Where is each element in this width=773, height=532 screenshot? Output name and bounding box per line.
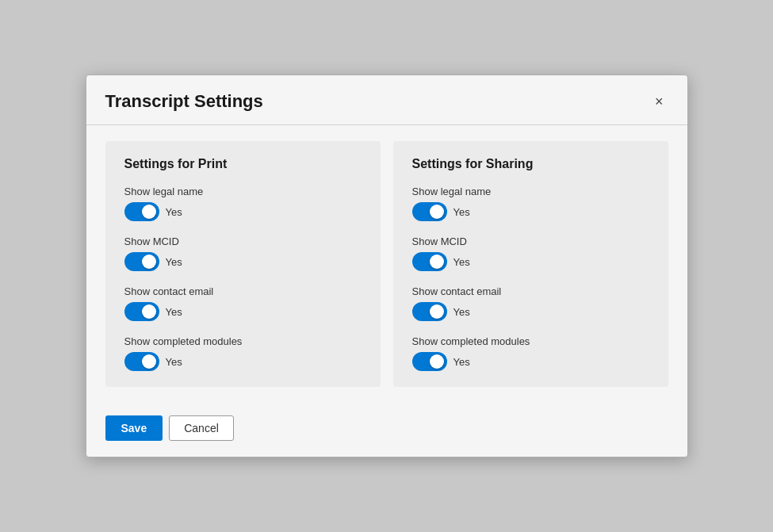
- sharing-legal-name-toggle[interactable]: [412, 202, 447, 221]
- close-button[interactable]: ×: [650, 93, 668, 110]
- sharing-contact-email-label: Show contact email: [412, 285, 649, 297]
- sharing-legal-name-label: Show legal name: [412, 186, 649, 197]
- dialog-title: Transcript Settings: [105, 91, 263, 112]
- transcript-settings-dialog: Transcript Settings × Settings for Print…: [86, 75, 688, 457]
- sharing-contact-email-toggle[interactable]: [412, 302, 447, 321]
- sharing-mcid-toggle[interactable]: [412, 252, 447, 271]
- print-show-completed-modules: Show completed modules Yes: [124, 335, 362, 371]
- print-completed-modules-toggle-row: Yes: [124, 352, 362, 371]
- sharing-completed-modules-toggle[interactable]: [412, 352, 447, 371]
- sharing-show-contact-email: Show contact email Yes: [412, 285, 649, 321]
- print-show-contact-email: Show contact email Yes: [124, 285, 362, 321]
- cancel-button[interactable]: Cancel: [169, 415, 234, 441]
- save-button[interactable]: Save: [105, 415, 163, 441]
- print-mcid-toggle-row: Yes: [124, 252, 362, 271]
- sharing-completed-modules-yes: Yes: [453, 356, 470, 368]
- sharing-show-legal-name: Show legal name Yes: [412, 186, 649, 221]
- print-contact-email-toggle[interactable]: [124, 302, 159, 321]
- print-mcid-toggle[interactable]: [124, 252, 159, 271]
- sharing-mcid-label: Show MCID: [412, 235, 649, 247]
- print-completed-modules-toggle[interactable]: [124, 352, 159, 371]
- print-completed-modules-yes: Yes: [166, 356, 182, 368]
- print-legal-name-toggle-row: Yes: [124, 202, 362, 221]
- sharing-completed-modules-toggle-row: Yes: [412, 352, 649, 371]
- sharing-contact-email-yes: Yes: [453, 306, 470, 318]
- print-contact-email-yes: Yes: [166, 306, 182, 318]
- print-contact-email-label: Show contact email: [124, 285, 362, 297]
- sharing-settings-panel: Settings for Sharing Show legal name Yes…: [393, 141, 668, 387]
- print-show-mcid: Show MCID Yes: [124, 235, 362, 271]
- print-mcid-yes: Yes: [166, 256, 182, 268]
- dialog-header: Transcript Settings ×: [86, 75, 687, 125]
- sharing-show-mcid: Show MCID Yes: [412, 235, 649, 271]
- sharing-legal-name-toggle-row: Yes: [412, 202, 649, 221]
- sharing-completed-modules-label: Show completed modules: [412, 335, 649, 347]
- print-show-legal-name: Show legal name Yes: [124, 186, 362, 221]
- sharing-show-completed-modules: Show completed modules Yes: [412, 335, 649, 371]
- dialog-body: Settings for Print Show legal name Yes S…: [86, 125, 687, 403]
- print-contact-email-toggle-row: Yes: [124, 302, 362, 321]
- sharing-contact-email-toggle-row: Yes: [412, 302, 649, 321]
- print-mcid-label: Show MCID: [124, 235, 362, 247]
- sharing-mcid-toggle-row: Yes: [412, 252, 649, 271]
- print-legal-name-yes: Yes: [166, 206, 182, 218]
- sharing-panel-title: Settings for Sharing: [412, 157, 649, 171]
- print-panel-title: Settings for Print: [124, 157, 362, 171]
- print-legal-name-toggle[interactable]: [124, 202, 159, 221]
- sharing-legal-name-yes: Yes: [453, 206, 470, 218]
- print-completed-modules-label: Show completed modules: [124, 335, 362, 347]
- print-legal-name-label: Show legal name: [124, 186, 362, 197]
- dialog-footer: Save Cancel: [86, 403, 687, 457]
- sharing-mcid-yes: Yes: [453, 256, 470, 268]
- print-settings-panel: Settings for Print Show legal name Yes S…: [105, 141, 381, 387]
